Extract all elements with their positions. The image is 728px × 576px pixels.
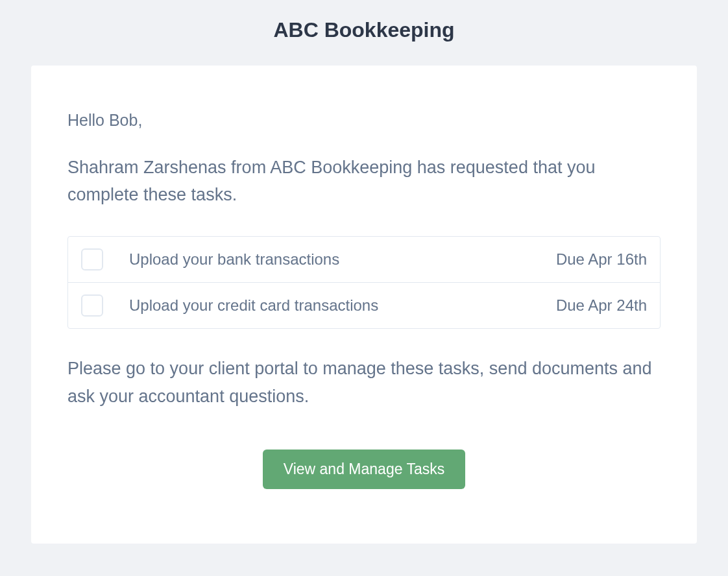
email-card: Hello Bob, Shahram Zarshenas from ABC Bo…	[31, 66, 697, 544]
task-due: Due Apr 24th	[556, 296, 647, 315]
intro-text: Shahram Zarshenas from ABC Bookkeeping h…	[67, 154, 661, 209]
task-label: Upload your credit card transactions	[129, 296, 556, 315]
greeting-text: Hello Bob,	[67, 111, 661, 130]
checkbox-icon[interactable]	[81, 248, 103, 270]
page-title: ABC Bookkeeping	[0, 0, 728, 66]
outro-text: Please go to your client portal to manag…	[67, 355, 661, 411]
task-row: Upload your credit card transactions Due…	[68, 283, 660, 328]
view-manage-tasks-button[interactable]: View and Manage Tasks	[263, 450, 465, 489]
task-label: Upload your bank transactions	[129, 250, 556, 269]
task-row: Upload your bank transactions Due Apr 16…	[68, 237, 660, 283]
cta-container: View and Manage Tasks	[67, 450, 661, 489]
checkbox-icon[interactable]	[81, 294, 103, 317]
task-list: Upload your bank transactions Due Apr 16…	[67, 236, 661, 329]
task-due: Due Apr 16th	[556, 250, 647, 269]
